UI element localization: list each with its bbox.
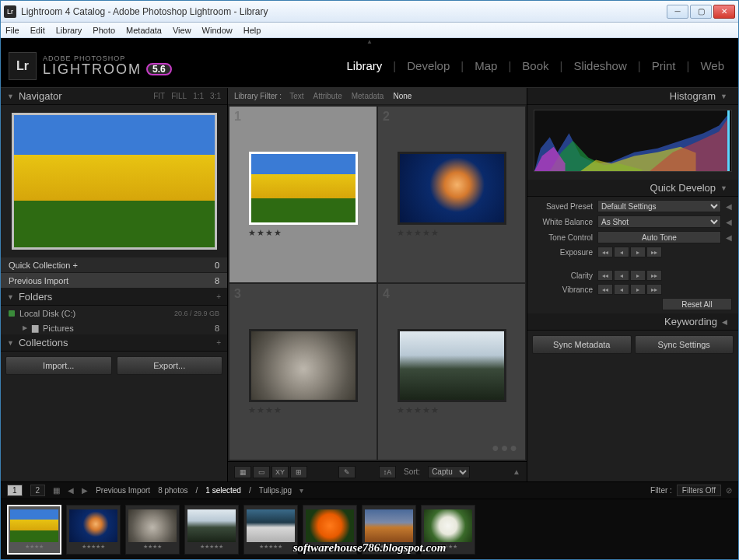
filmstrip-cell[interactable]: ★★★★★ [66,505,121,555]
collections-header[interactable]: ▼ Collections + [1,334,227,352]
filmstrip-thumb [424,509,472,542]
loupe-view-icon[interactable]: ▭ [253,466,270,478]
menu-library[interactable]: Library [56,26,82,35]
grid-icon[interactable]: ▦ [53,486,60,495]
filter-metadata[interactable]: Metadata [352,92,384,100]
module-book[interactable]: Book [519,59,552,72]
vibrance-stepper[interactable]: ◂◂◂▸▸▸ [597,284,662,295]
chevron-left-icon[interactable]: ◀ [726,218,732,226]
sort-select[interactable]: Captu [428,466,470,478]
import-button[interactable]: Import... [5,356,112,375]
filmstrip-cell[interactable]: ★★★★ [125,505,180,555]
volume-row[interactable]: Local Disk (C:) 20.6 / 29.9 GB [1,306,227,321]
filmstrip-cell[interactable]: ★★★★ [7,505,61,555]
filmstrip-cell[interactable]: ★★★★★ [184,505,239,555]
white-balance-select[interactable]: As Shot [597,215,721,228]
rating-stars[interactable]: ★★★★ [248,405,282,415]
maximize-button[interactable]: ▢ [690,5,712,19]
catalog-row[interactable]: Quick Collection +0 [1,257,227,273]
sync-settings-button[interactable]: Sync Settings [635,335,734,354]
filter-label: Library Filter : [234,92,282,100]
exposure-label: Exposure [534,248,593,257]
keywording-header[interactable]: Keywording ◀ [527,313,738,331]
chevron-down-icon[interactable]: ▾ [299,486,303,495]
reset-all-button[interactable]: Reset All [662,298,732,310]
menubar: FileEditLibraryPhotoMetadataViewWindowHe… [1,23,738,38]
grid-cell[interactable]: 2★★★★★ [378,107,525,282]
module-develop[interactable]: Develop [404,59,453,72]
module-slideshow[interactable]: Slideshow [570,59,629,72]
add-folder-icon[interactable]: + [216,292,221,301]
app-window: Lr Lightroom 4 Catalog - Adobe Photoshop… [0,0,739,560]
module-print[interactable]: Print [649,59,679,72]
minimize-button[interactable]: ─ [667,5,688,19]
source-label[interactable]: Previous Import [96,486,150,495]
histogram-header[interactable]: Histogram ▼ [527,88,738,105]
chevron-left-icon[interactable]: ◀ [726,233,732,242]
clarity-stepper[interactable]: ◂◂◂▸▸▸ [597,270,662,281]
catalog-row[interactable]: Previous Import8 [1,273,227,289]
folder-name: Pictures [43,324,74,333]
folder-row[interactable]: ▶ ▆ Pictures 8 [1,321,227,334]
zoom-fit[interactable]: FIT [153,92,165,100]
grid-cell[interactable]: 3★★★★ [229,284,377,460]
menu-metadata[interactable]: Metadata [126,26,162,35]
sort-direction-icon[interactable]: ↕A [379,466,396,478]
thumbnail-image [249,152,358,225]
export-button[interactable]: Export... [117,356,223,375]
sync-metadata-button[interactable]: Sync Metadata [532,335,632,354]
menu-window[interactable]: Window [202,26,233,35]
filmstrip-cell[interactable]: ★★★★★ [243,505,298,555]
compare-view-icon[interactable]: XY [271,466,289,478]
monitor-2-button[interactable]: 2 [30,485,46,496]
menu-photo[interactable]: Photo [93,26,115,35]
histogram-panel [527,105,738,180]
quick-develop-header[interactable]: Quick Develop ▼ [527,180,738,197]
quick-develop-label: Quick Develop [650,182,716,194]
filter-none[interactable]: None [393,92,412,100]
menu-view[interactable]: View [173,26,191,35]
saved-preset-select[interactable]: Default Settings [597,200,721,212]
filter-preset-select[interactable]: Filters Off [677,485,721,496]
zoom-3-1[interactable]: 3:1 [210,92,221,100]
navigator-preview[interactable] [1,105,227,257]
module-library[interactable]: Library [343,59,385,72]
grid-cell[interactable]: 1★★★★ [229,107,377,282]
chevron-left-icon[interactable]: ◀ [726,202,732,211]
forward-arrow-icon[interactable]: ▶ [82,486,88,495]
module-picker: Library|Develop|Map|Book|Slideshow|Print… [343,59,727,72]
filter-label: Filter : [650,486,672,495]
filter-text[interactable]: Text [289,92,303,100]
zoom-1-1[interactable]: 1:1 [193,92,204,100]
monitor-1-button[interactable]: 1 [7,485,23,496]
rating-stars[interactable]: ★★★★ [248,228,282,238]
module-web[interactable]: Web [697,59,727,72]
rating-stars[interactable]: ★★★★★ [397,405,440,415]
back-arrow-icon[interactable]: ◀ [68,486,74,495]
chevron-up-icon[interactable]: ▲ [513,467,520,476]
disclosure-triangle-icon: ▼ [7,293,14,301]
rating-stars[interactable]: ★★★★★ [397,228,440,238]
grid-cell[interactable]: 4★★★★★●●● [378,284,525,460]
auto-tone-button[interactable]: Auto Tone [597,231,721,243]
exposure-stepper[interactable]: ◂◂◂▸▸▸ [597,247,662,257]
close-button[interactable]: ✕ [713,5,735,19]
folder-icon: ▆ [32,323,38,333]
menu-file[interactable]: File [5,26,19,35]
panel-collapse-top[interactable] [1,38,738,44]
survey-view-icon[interactable]: ⊞ [290,466,307,478]
filter-attribute[interactable]: Attribute [313,92,341,100]
navigator-header[interactable]: ▼ Navigator FITFILL1:13:1 [1,88,227,105]
zoom-fill[interactable]: FILL [171,92,187,100]
center-panel: Library Filter : TextAttributeMetadataNo… [228,88,527,481]
brand-line2: LIGHTROOM [43,62,142,76]
painter-icon[interactable]: ✎ [338,466,355,478]
filter-lock-icon[interactable]: ⊘ [726,486,732,495]
add-collection-icon[interactable]: + [216,338,221,347]
thumbnail-image [249,329,358,402]
module-map[interactable]: Map [471,59,500,72]
menu-help[interactable]: Help [243,26,261,35]
folders-header[interactable]: ▼ Folders + [1,289,227,306]
menu-edit[interactable]: Edit [30,26,45,35]
grid-view-icon[interactable]: ▦ [234,466,251,478]
